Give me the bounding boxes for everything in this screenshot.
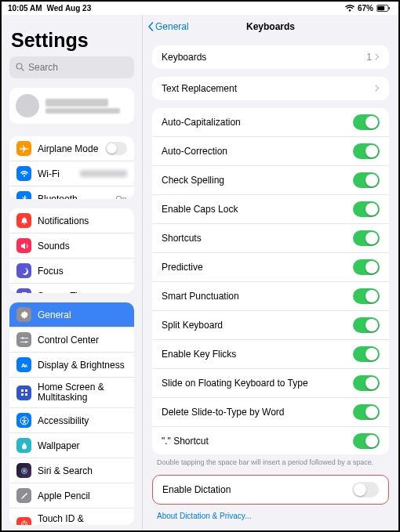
svg-rect-11: [21, 389, 24, 392]
airplane-icon: [16, 141, 31, 156]
option-label: Auto-Correction: [162, 146, 227, 157]
airplane-toggle[interactable]: [105, 142, 127, 155]
search-input[interactable]: [28, 62, 128, 73]
sidebar-item-apple-pencil[interactable]: Apple Pencil: [9, 483, 134, 508]
sidebar-item-touchid[interactable]: Touch ID & Passcode: [9, 508, 134, 525]
svg-rect-13: [21, 393, 24, 396]
sliders-icon: [16, 332, 31, 347]
sidebar-item-display[interactable]: AA Display & Brightness: [9, 353, 134, 378]
hourglass-icon: [16, 288, 31, 293]
option-toggle[interactable]: [353, 433, 380, 449]
keyboard-option-row[interactable]: Auto-Correction: [152, 137, 389, 166]
search-icon: [16, 60, 24, 74]
bluetooth-icon: [16, 191, 31, 199]
svg-rect-2: [389, 7, 390, 9]
sidebar-item-focus[interactable]: Focus: [9, 259, 134, 284]
chevron-right-icon: [375, 52, 380, 63]
option-label: Enable Key Flicks: [162, 349, 236, 360]
sidebar-item-general[interactable]: General: [9, 302, 134, 328]
keyboard-option-row[interactable]: Enable Caps Lock: [152, 195, 389, 224]
wifi-settings-icon: [16, 166, 31, 181]
search-field[interactable]: [9, 56, 134, 78]
sidebar-group-alerts: Notifications Sounds Focus Screen Time: [9, 208, 134, 293]
text-replacement-group: Text Replacement: [152, 77, 389, 100]
option-label: Smart Punctuation: [162, 291, 239, 302]
display-icon: AA: [16, 357, 31, 372]
grid-icon: [16, 385, 31, 400]
svg-rect-12: [25, 389, 27, 392]
keyboard-option-row[interactable]: Enable Key Flicks: [152, 340, 389, 369]
keyboard-option-row[interactable]: Smart Punctuation: [152, 282, 389, 311]
keyboard-option-row[interactable]: Split Keyboard: [152, 311, 389, 340]
sidebar-item-wallpaper[interactable]: Wallpaper: [9, 433, 134, 458]
accessibility-icon: [16, 413, 31, 428]
speaker-icon: [16, 238, 31, 253]
sidebar-item-control-center[interactable]: Control Center: [9, 328, 134, 353]
keyboard-option-row[interactable]: "." Shortcut: [152, 427, 389, 454]
option-label: Shortcuts: [162, 233, 202, 244]
option-label: Enable Caps Lock: [162, 204, 238, 215]
option-toggle[interactable]: [353, 375, 380, 391]
dictation-group: Enable Dictation: [152, 475, 389, 505]
fingerprint-icon: [16, 517, 31, 525]
svg-rect-6: [20, 338, 28, 338]
sidebar-item-bluetooth[interactable]: Bluetooth On: [9, 186, 134, 199]
text-replacement-row[interactable]: Text Replacement: [152, 77, 389, 100]
option-label: Check Spelling: [162, 175, 224, 186]
option-toggle[interactable]: [353, 288, 380, 304]
back-button[interactable]: General: [147, 21, 189, 32]
status-bar: 10:05 AM Wed Aug 23 67%: [2, 2, 398, 15]
status-date: Wed Aug 23: [47, 4, 92, 13]
footer-hint: Double tapping the space bar will insert…: [143, 458, 398, 471]
keyboard-option-row[interactable]: Slide on Floating Keyboard to Type: [152, 369, 389, 398]
option-toggle[interactable]: [353, 201, 380, 217]
sidebar-item-screen-time[interactable]: Screen Time: [9, 284, 134, 293]
option-toggle[interactable]: [353, 172, 380, 188]
svg-rect-14: [25, 393, 27, 396]
option-label: Predictive: [162, 262, 203, 273]
keyboard-option-row[interactable]: Auto-Capitalization: [152, 108, 389, 137]
keyboard-option-row[interactable]: Check Spelling: [152, 166, 389, 195]
sidebar-item-notifications[interactable]: Notifications: [9, 208, 134, 233]
option-label: Delete Slide-to-Type by Word: [162, 407, 285, 418]
dictation-privacy-link[interactable]: About Dictation & Privacy...: [143, 508, 398, 530]
keyboard-option-row[interactable]: Delete Slide-to-Type by Word: [152, 398, 389, 427]
keyboard-option-row[interactable]: Shortcuts: [152, 224, 389, 253]
pencil-icon: [16, 488, 31, 503]
sidebar-item-accessibility[interactable]: Accessibility: [9, 408, 134, 433]
option-label: Split Keyboard: [162, 320, 223, 331]
sidebar-item-home-screen[interactable]: Home Screen & Multitasking: [9, 378, 134, 408]
settings-sidebar: Settings Airplane Mode: [2, 15, 143, 530]
option-toggle[interactable]: [353, 259, 380, 275]
keyboard-option-row[interactable]: Predictive: [152, 253, 389, 282]
chevron-right-icon: [375, 83, 380, 94]
option-label: "." Shortcut: [162, 436, 209, 447]
keyboard-options-group: Auto-CapitalizationAuto-CorrectionCheck …: [152, 108, 389, 454]
keyboards-nav-group: Keyboards 1: [152, 45, 389, 69]
sidebar-item-sounds[interactable]: Sounds: [9, 233, 134, 259]
keyboards-row[interactable]: Keyboards 1: [152, 45, 389, 69]
page-title: Settings: [2, 15, 142, 56]
option-toggle[interactable]: [353, 230, 380, 246]
wifi-icon: [345, 5, 355, 12]
svg-text:A: A: [24, 364, 27, 368]
apple-id-profile[interactable]: [9, 88, 134, 124]
avatar: [16, 94, 39, 118]
option-toggle[interactable]: [353, 114, 380, 130]
svg-rect-8: [20, 342, 28, 342]
wallpaper-icon: [16, 438, 31, 453]
svg-point-16: [24, 418, 25, 419]
sidebar-item-airplane-mode[interactable]: Airplane Mode: [9, 136, 134, 161]
option-toggle[interactable]: [353, 346, 380, 362]
option-toggle[interactable]: [353, 404, 380, 420]
option-toggle[interactable]: [353, 317, 380, 333]
dictation-toggle[interactable]: [352, 482, 379, 498]
option-toggle[interactable]: [353, 143, 380, 159]
option-label: Slide on Floating Keyboard to Type: [162, 378, 308, 389]
sidebar-item-wifi[interactable]: Wi-Fi: [9, 161, 134, 186]
sidebar-item-siri[interactable]: Siri & Search: [9, 458, 134, 483]
detail-pane: General Keyboards Keyboards 1 Text Repla…: [143, 15, 398, 530]
detail-title: Keyboards: [246, 21, 295, 32]
siri-icon: [16, 463, 31, 478]
enable-dictation-row[interactable]: Enable Dictation: [153, 476, 388, 504]
